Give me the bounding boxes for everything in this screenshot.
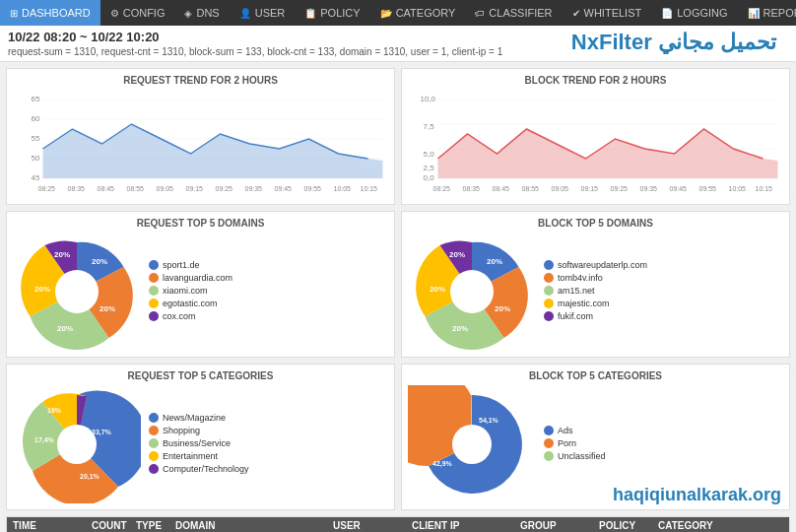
col-count: COUNT bbox=[92, 520, 136, 531]
request-trend-title: REQUEST TREND FOR 2 HOURS bbox=[13, 75, 388, 86]
svg-text:20%: 20% bbox=[430, 285, 445, 294]
page-header: 10/22 08:20 ~ 10/22 10:20 request-sum = … bbox=[0, 26, 796, 62]
request-categories-pie: REQUEST TOP 5 CATEGORIES bbox=[6, 364, 395, 510]
navbar: ⊞ DASHBOARD ⚙ CONFIG ◈ DNS 👤 USER 📋 POLI… bbox=[0, 0, 796, 26]
block-trend-chart: BLOCK TREND FOR 2 HOURS 10,0 7,5 5,0 2,5… bbox=[401, 68, 790, 205]
logging-icon: 📄 bbox=[661, 8, 673, 19]
svg-text:08:45: 08:45 bbox=[493, 185, 510, 192]
legend-item: Computer/Technology bbox=[149, 464, 388, 474]
block-trend-title: BLOCK TREND FOR 2 HOURS bbox=[408, 75, 783, 86]
legend-item: Shopping bbox=[149, 426, 388, 435]
legend-item: cox.com bbox=[149, 311, 388, 321]
legend-color bbox=[149, 451, 159, 461]
legend-color bbox=[149, 464, 159, 474]
blk-cat-svg-wrap: 54,1% 42,9% bbox=[408, 385, 536, 503]
legend-color bbox=[544, 311, 554, 321]
request-domains-pie: REQUEST TOP 5 DOMAINS bbox=[6, 211, 395, 358]
svg-text:20%: 20% bbox=[449, 250, 465, 259]
legend-color bbox=[544, 438, 554, 448]
req-domains-svg: 20% 20% 20% 20% 20% bbox=[13, 233, 141, 351]
blk-cat-svg: 54,1% 42,9% bbox=[408, 385, 536, 503]
nav-classifier[interactable]: 🏷 CLASSIFIER bbox=[465, 0, 562, 26]
legend-item: Porn bbox=[544, 438, 783, 448]
req-cat-svg: 33,7% 20,1% 17,4% 16% bbox=[13, 385, 141, 503]
svg-text:09:35: 09:35 bbox=[640, 185, 658, 192]
legend-item: am15.net bbox=[544, 286, 783, 296]
legend-color bbox=[149, 286, 159, 296]
svg-text:09:25: 09:25 bbox=[216, 185, 233, 192]
col-ip: CLIENT IP bbox=[412, 520, 520, 531]
legend-color bbox=[544, 451, 554, 461]
nav-user[interactable]: 👤 USER bbox=[230, 0, 296, 26]
svg-text:08:45: 08:45 bbox=[98, 185, 115, 192]
col-user: USER bbox=[333, 520, 412, 531]
svg-text:16%: 16% bbox=[47, 407, 62, 414]
watermark: haqiqiunalkarak.org bbox=[613, 485, 781, 505]
svg-text:20%: 20% bbox=[92, 257, 107, 266]
config-icon: ⚙ bbox=[110, 8, 119, 19]
blk-domains-title: BLOCK TOP 5 DOMAINS bbox=[408, 218, 783, 229]
svg-text:09:15: 09:15 bbox=[581, 185, 599, 192]
nav-report[interactable]: 📊 REPORT bbox=[738, 0, 796, 26]
nav-dns[interactable]: ◈ DNS bbox=[174, 0, 229, 26]
legend-color bbox=[149, 426, 159, 435]
legend-color bbox=[544, 260, 554, 270]
nav-policy[interactable]: 📋 POLICY bbox=[295, 0, 369, 26]
legend-color bbox=[149, 311, 159, 321]
svg-text:08:35: 08:35 bbox=[463, 185, 481, 192]
legend-color bbox=[544, 273, 554, 283]
req-cat-content: 33,7% 20,1% 17,4% 16% News/Magazine Shop… bbox=[13, 385, 388, 503]
svg-text:09:55: 09:55 bbox=[699, 185, 717, 192]
svg-text:10:05: 10:05 bbox=[729, 185, 747, 192]
col-type: TYPE bbox=[136, 520, 175, 531]
svg-text:09:45: 09:45 bbox=[275, 185, 293, 192]
svg-text:09:45: 09:45 bbox=[670, 185, 688, 192]
blk-cat-title: BLOCK TOP 5 CATEGORIES bbox=[408, 370, 783, 381]
classifier-icon: 🏷 bbox=[475, 8, 485, 19]
line-charts-row: REQUEST TREND FOR 2 HOURS 65 60 55 50 45 bbox=[6, 68, 790, 205]
svg-text:54,1%: 54,1% bbox=[479, 417, 499, 425]
svg-text:42,9%: 42,9% bbox=[432, 460, 453, 468]
svg-text:20%: 20% bbox=[487, 257, 502, 266]
legend-item: Entertainment bbox=[149, 451, 388, 461]
legend-item: sport1.de bbox=[149, 260, 388, 270]
nav-category[interactable]: 📂 CATEGORY bbox=[370, 0, 466, 26]
legend-color bbox=[149, 273, 159, 283]
dns-icon: ◈ bbox=[184, 8, 192, 19]
main-content: REQUEST TREND FOR 2 HOURS 65 60 55 50 45 bbox=[0, 62, 796, 532]
svg-text:10:15: 10:15 bbox=[756, 185, 773, 192]
svg-text:7,5: 7,5 bbox=[424, 122, 435, 131]
nav-whitelist[interactable]: ✔ WHITELIST bbox=[563, 0, 652, 26]
req-cat-legend: News/Magazine Shopping Business/Service … bbox=[141, 413, 388, 477]
brand-text: تحميل مجاني NxFilter bbox=[571, 30, 776, 55]
blk-domains-content: 20% 20% 20% 20% 20% softwareupdaterlp.co… bbox=[408, 233, 783, 351]
svg-text:09:25: 09:25 bbox=[611, 185, 629, 192]
request-trend-wrap: 65 60 55 50 45 08:25 bbox=[13, 90, 388, 198]
legend-item: lavanguardia.com bbox=[149, 273, 388, 283]
svg-text:10,0: 10,0 bbox=[421, 95, 436, 103]
nav-dashboard[interactable]: ⊞ DASHBOARD bbox=[0, 0, 100, 26]
nav-logging[interactable]: 📄 LOGGING bbox=[651, 0, 737, 26]
req-domains-legend: sport1.de lavanguardia.com xiaomi.com eg… bbox=[141, 260, 388, 324]
legend-item: Business/Service bbox=[149, 438, 388, 448]
svg-text:20%: 20% bbox=[100, 304, 115, 313]
col-policy: POLICY bbox=[599, 520, 658, 531]
user-icon: 👤 bbox=[239, 8, 251, 19]
svg-text:20%: 20% bbox=[452, 324, 468, 333]
svg-text:50: 50 bbox=[32, 154, 40, 163]
svg-point-63 bbox=[452, 425, 492, 464]
nav-config[interactable]: ⚙ CONFIG bbox=[100, 0, 175, 26]
svg-point-46 bbox=[55, 270, 99, 313]
svg-text:60: 60 bbox=[32, 114, 40, 123]
table-header-row: TIME COUNT TYPE DOMAIN USER CLIENT IP GR… bbox=[7, 517, 789, 532]
svg-marker-33 bbox=[438, 129, 778, 178]
blk-cat-legend: Ads Porn Unclassified bbox=[536, 426, 783, 464]
policy-icon: 📋 bbox=[304, 8, 316, 19]
svg-text:45: 45 bbox=[32, 173, 40, 182]
svg-text:08:35: 08:35 bbox=[68, 185, 86, 192]
req-domains-content: 20% 20% 20% 20% 20% sport1.de lavanguard bbox=[13, 233, 388, 351]
legend-item: xiaomi.com bbox=[149, 286, 388, 296]
svg-text:20%: 20% bbox=[495, 304, 510, 313]
category-icon: 📂 bbox=[380, 8, 392, 19]
req-cat-svg-wrap: 33,7% 20,1% 17,4% 16% bbox=[13, 385, 141, 503]
